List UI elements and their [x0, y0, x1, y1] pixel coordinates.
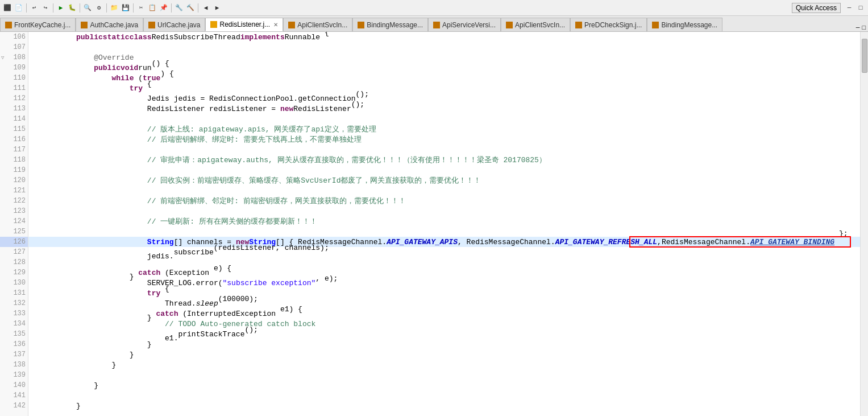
code-editor[interactable]: public static class RedisSubscribeThread…: [28, 32, 860, 416]
line-num-123: 123: [0, 206, 28, 216]
tab-icon-apiclientsvcinl1: [288, 22, 295, 28]
toolbar-separator-3: [80, 3, 80, 13]
toolbar-separator-5: [133, 3, 134, 13]
tab-redislistener[interactable]: RedisListener.j... ✕: [205, 18, 283, 31]
code-line-123: [28, 206, 860, 216]
line-num-131: 131: [0, 288, 28, 298]
toolbar-icon-4[interactable]: ↪: [40, 3, 51, 13]
line-num-106: 106: [0, 32, 28, 42]
line-num-122: 122: [0, 196, 28, 206]
code-line-130: SERVER_LOG.error("subscribe exception", …: [28, 278, 860, 288]
code-line-142: }: [28, 401, 860, 411]
vertical-scrollbar[interactable]: [860, 32, 868, 416]
code-line-120: // 回收实例：前端密钥缓存、策略缓存、策略SvcUserId都废了，网关直接获…: [28, 175, 860, 186]
minimize-editor-button[interactable]: ─: [856, 24, 860, 31]
code-line-122: // 前端密钥解绑、邻定时: 前端密钥缓存，网关直接获取的，需要优化！！！: [28, 196, 860, 206]
line-num-135: 135: [0, 329, 28, 339]
line-num-128: 128: [0, 257, 28, 267]
toolbar-icon-6[interactable]: ⚙: [94, 3, 104, 13]
tab-label-predchecksign: PreDCheckSign.j...: [584, 21, 642, 29]
tab-bindingmessage2[interactable]: BindingMessage...: [647, 18, 722, 31]
tab-predchecksign[interactable]: PreDCheckSign.j...: [570, 18, 647, 31]
line-num-134: 134: [0, 319, 28, 329]
toolbar-icon-7[interactable]: 📁: [109, 3, 119, 13]
line-num-141: 141: [0, 390, 28, 401]
line-num-132: 132: [0, 298, 28, 308]
code-line-106: public static class RedisSubscribeThread…: [28, 32, 860, 42]
code-line-121: [28, 186, 860, 196]
code-line-141: [28, 390, 860, 401]
code-line-137: }: [28, 349, 860, 360]
toolbar-icon-13[interactable]: 🔨: [185, 3, 196, 13]
tab-icon-bindingmessage1: [358, 22, 364, 28]
line-num-125: 125: [0, 226, 28, 237]
tab-icon-frontkeycache: [5, 22, 12, 28]
toolbar: ⬛ 📄 ↩ ↪ ▶ 🐛 🔍 ⚙ 📁 💾 ✂ 📋 📌 🔧 🔨 ◀ ▶ Quick …: [0, 0, 868, 16]
toolbar-separator-4: [106, 3, 107, 13]
tab-icon-apiserviceversi: [433, 22, 440, 28]
toolbar-icon-1[interactable]: ⬛: [2, 3, 13, 13]
toolbar-icon-min[interactable]: ─: [844, 3, 854, 13]
tab-authcache[interactable]: AuthCache.java: [76, 18, 143, 31]
toolbar-separator-6: [171, 3, 172, 13]
tab-bindingmessage1[interactable]: BindingMessage...: [352, 18, 428, 31]
toolbar-icon-11[interactable]: 📌: [159, 3, 169, 13]
code-line-127: jedis.subscribe(redisListener, channels)…: [28, 247, 860, 257]
tab-label-apiclientsvcinl2: ApiClientSvcIn...: [515, 21, 565, 29]
line-num-120: 120: [0, 175, 28, 186]
toolbar-icon-5[interactable]: 🔍: [82, 3, 93, 13]
line-num-110: 110: [0, 73, 28, 83]
quick-access-button[interactable]: Quick Access: [792, 3, 841, 13]
line-num-114: 114: [0, 114, 28, 124]
toolbar-icon-debug[interactable]: 🐛: [67, 3, 77, 13]
tab-close-redislistener[interactable]: ✕: [273, 22, 278, 28]
toolbar-icon-nav-fwd[interactable]: ▶: [212, 3, 222, 13]
line-num-127: 127: [0, 247, 28, 257]
line-num-109: 109: [0, 63, 28, 73]
code-line-129: } catch (Exception e) {: [28, 267, 860, 278]
tab-label-redislistener: RedisListener.j...: [219, 20, 270, 28]
code-line-111: try {: [28, 83, 860, 93]
line-num-138: 138: [0, 360, 28, 370]
toolbar-icon-9[interactable]: ✂: [136, 3, 146, 13]
tab-apiclientsvcinl1[interactable]: ApiClientSvcIn...: [283, 18, 352, 31]
tab-frontkeycache[interactable]: FrontKeyCache.j...: [0, 18, 76, 31]
line-num-115: 115: [0, 124, 28, 134]
toolbar-icon-8[interactable]: 💾: [121, 3, 131, 13]
toolbar-icon-max[interactable]: □: [855, 3, 866, 13]
editor-container: 106 107 108 109 110 111 112 113 114 115 …: [0, 32, 868, 416]
toolbar-separator-7: [198, 3, 198, 13]
toolbar-icon-10[interactable]: 📋: [147, 3, 157, 13]
code-line-117: [28, 145, 860, 155]
code-line-107: [28, 42, 860, 52]
line-num-130: 130: [0, 278, 28, 288]
line-num-139: 139: [0, 370, 28, 380]
line-num-136: 136: [0, 339, 28, 349]
tab-icon-predchecksign: [575, 22, 582, 28]
toolbar-icon-run[interactable]: ▶: [56, 3, 66, 13]
toolbar-icon-nav-back[interactable]: ◀: [201, 3, 211, 13]
tab-apiserviceversi[interactable]: ApiServiceVersi...: [428, 18, 501, 31]
tab-icon-authcache: [81, 22, 88, 28]
toolbar-icon-3[interactable]: ↩: [29, 3, 39, 13]
code-line-125: [28, 226, 860, 237]
maximize-editor-button[interactable]: □: [862, 24, 866, 31]
tab-icon-apiclientsvcinl2: [506, 22, 513, 28]
line-num-113: 113: [0, 104, 28, 114]
line-num-117: 117: [0, 145, 28, 155]
code-line-138: }: [28, 360, 860, 370]
line-num-121: 121: [0, 186, 28, 196]
code-line-135: e1.printStackTrace();: [28, 329, 860, 339]
code-line-112: Jedis jedis = RedisConnectionPool.getCon…: [28, 93, 860, 104]
line-num-133: 133: [0, 308, 28, 319]
line-num-118: 118: [0, 155, 28, 165]
scrollbar-thumb[interactable]: [862, 39, 867, 73]
tab-apiclientsvcinl2[interactable]: ApiClientSvcIn...: [501, 18, 570, 31]
toolbar-icon-12[interactable]: 🔧: [174, 3, 184, 13]
code-line-115: // 版本上线: apigateway.apis, 网关缓存了api定义，需要处…: [28, 124, 860, 134]
tab-urlcache[interactable]: UrlCache.java: [143, 18, 205, 31]
line-num-119: 119: [0, 165, 28, 175]
toolbar-icon-2[interactable]: 📄: [14, 3, 24, 13]
line-num-116: 116: [0, 134, 28, 145]
code-line-118: // 审批申请：apigateway.auths, 网关从缓存直接取的，需要优化…: [28, 155, 860, 165]
